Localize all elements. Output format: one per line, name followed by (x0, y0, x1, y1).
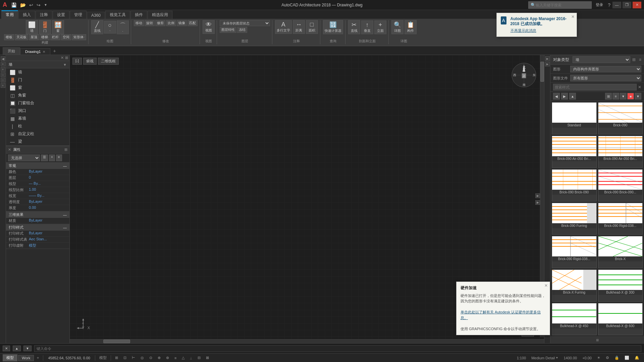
notif-link[interactable]: 不再显示此消息 (511, 28, 573, 33)
dim-btn[interactable]: ↔ 距离 (293, 20, 305, 34)
new-tab-btn[interactable]: + (50, 47, 58, 55)
dock-props-icon[interactable]: ⊞ (64, 147, 67, 152)
cmd-arrow-btn[interactable]: ▼ (23, 346, 32, 351)
props-toggle[interactable]: ≡ (56, 155, 62, 161)
restore-btn[interactable]: ❐ (623, 2, 631, 8)
vscroll-thumb[interactable] (540, 62, 544, 82)
quick-access-save[interactable]: 💾 (10, 2, 17, 8)
minimize-btn[interactable]: — (612, 2, 621, 8)
dock-panel-icon[interactable]: ⊞ (65, 56, 68, 60)
tab-a360[interactable]: A360 (87, 12, 105, 19)
vp-restore-btn[interactable]: [-] (72, 58, 82, 65)
palette-item-column[interactable]: | 柱 (6, 122, 69, 130)
clean-screen-btn[interactable]: ⬜ (623, 356, 631, 360)
palette-item-opening[interactable]: ⬛ 洞口 (6, 107, 69, 115)
calculator-btn[interactable]: 🔢 快速计算器 (323, 20, 343, 34)
roof-btn[interactable]: 屋顶 (29, 34, 39, 40)
otrack-toggle[interactable]: ⊕ (156, 356, 163, 360)
tab-settings[interactable]: 设置 (53, 11, 69, 19)
palette-item-curtain-wall[interactable]: ▦ 幕墙 (6, 115, 69, 122)
space-btn[interactable]: 空间 (61, 34, 71, 40)
close-props-icon[interactable]: ✕ (8, 147, 11, 152)
vp-2d-btn[interactable]: 二维线框 (98, 58, 119, 65)
rect-btn[interactable]: 矩形体· (72, 34, 86, 40)
tab-visual-tools[interactable]: 视觉工具 (105, 11, 130, 19)
zoom-display[interactable]: 1400.00 (561, 356, 579, 360)
ceiling-btn[interactable]: 天花板 (15, 34, 28, 40)
hatch-fwd-btn[interactable]: ▶ (561, 93, 568, 100)
hw-link[interactable]: 单击此处以了解有关 Autodesk 认证硬件的更多信息。 (461, 310, 541, 320)
palette-menu-icon[interactable]: ▼ (63, 63, 67, 67)
door-btn[interactable]: 🚪 门 (39, 20, 51, 34)
expand-right-btm[interactable]: ▶ (535, 200, 540, 205)
hatch-item-brick090rigid038b[interactable]: Brick-090 Rigid-038... (552, 236, 597, 268)
palette-item-corner-window[interactable]: ◫ 角窗 (6, 92, 69, 99)
hatch-item-brick090[interactable]: Brick-090 (598, 102, 643, 134)
hatch-view-grid[interactable]: ⊞ (605, 93, 612, 100)
move-btn[interactable]: 移动 (134, 20, 144, 26)
wall-btn[interactable]: ⬜ 墙 (26, 20, 38, 34)
layer-freeze-btn[interactable]: 冻结 (237, 27, 247, 33)
hatch-item-brick090brick090[interactable]: Brick-090 Brick-090 (552, 169, 597, 201)
cmd-input[interactable] (34, 345, 641, 352)
hatch-item-standard[interactable]: Standard (552, 102, 597, 134)
detail-level-display[interactable]: Medium Detail ▼ (529, 356, 560, 360)
tab-plugins[interactable]: 插件 (130, 11, 147, 19)
quick-access-open[interactable]: 📂 (19, 2, 26, 8)
strip-btn-1[interactable]: ▶ (545, 56, 550, 61)
ortho-toggle[interactable]: ⊢ (130, 356, 137, 360)
matchprop-btn[interactable]: 匹配 (187, 20, 198, 26)
login-btn[interactable]: 登录 (593, 2, 606, 7)
quick-access-redo[interactable]: ↪ (36, 2, 41, 8)
lt-btn-2[interactable]: ≡ (1, 62, 5, 66)
elevation-btn[interactable]: ↑ 垂直 (361, 20, 373, 34)
layer-prop-btn[interactable]: 图层特性 (220, 27, 236, 33)
notification-btn[interactable]: 🔔 (633, 356, 641, 360)
tab-drawing1[interactable]: Drawing1 ✕ (20, 48, 50, 55)
section-print-header[interactable]: 打印样式 — (6, 224, 69, 231)
section-regular-header[interactable]: 常规 — (6, 163, 69, 169)
dyn-toggle[interactable]: ⊛ (164, 356, 171, 360)
viewport-scrollbar-bottom[interactable] (70, 339, 544, 343)
snap-toggle[interactable]: ⊡ (121, 356, 128, 360)
palette-item-window[interactable]: ⬜ 窗 (6, 84, 69, 92)
stair-btn[interactable]: 楼梯 (40, 34, 50, 40)
object-select[interactable]: 无选择 (8, 155, 40, 161)
annotation-scale-btn[interactable]: +0.00 (580, 356, 594, 360)
qp-toggle[interactable]: ⟂ (188, 356, 194, 360)
line-btn[interactable]: ╱ 直线 (91, 20, 103, 34)
search-clear-icon[interactable]: ✕ (638, 85, 641, 89)
cmd-clear-btn[interactable]: ✕ (3, 346, 10, 351)
osnap-toggle[interactable]: ⊙ (147, 356, 154, 360)
railing-btn[interactable]: 栏杆 (50, 34, 60, 40)
isolate-btn[interactable]: ☀ (595, 356, 602, 360)
section-btn[interactable]: ✂ 直线 (348, 20, 360, 34)
vp-topleft-btn[interactable]: 俯视 (83, 58, 97, 65)
hatch-item-brick090air050a[interactable]: Brick-090 Air-050 Bri... (552, 136, 597, 168)
add-section-btn[interactable]: + 立面 (374, 20, 386, 34)
lt-btn-5[interactable]: □ (1, 78, 5, 82)
lt-btn-1[interactable]: ◀ (1, 56, 5, 61)
cmd-history-btn[interactable]: ▲ (13, 346, 21, 351)
quick-access-more[interactable]: ▼ (43, 2, 48, 7)
rotate-btn[interactable]: 旋转 (145, 20, 155, 26)
detail-btn[interactable]: 🔍 详图 (391, 20, 404, 34)
hatch-item-brickxfurring[interactable]: Brick-X Furring (552, 269, 597, 302)
tab-drawing1-close[interactable]: ✕ (43, 50, 45, 54)
quick-access-undo[interactable]: ↩ (29, 2, 34, 8)
hatch-item-brick090rigid038[interactable]: Brick-090 Rigid-038... (598, 203, 643, 235)
hw-close-btn[interactable]: ✕ (544, 283, 548, 288)
hatch-panel-options[interactable]: ≡ (639, 57, 641, 62)
app-logo-icon[interactable]: A (3, 1, 7, 8)
hatch-item-bulkhead600[interactable]: Bulkhead-X @ 600 (598, 303, 643, 335)
layer-state-dropdown[interactable]: 未保存的图层状态 (220, 20, 270, 26)
palette-item-wall[interactable]: ⬜ 墙 (6, 68, 69, 76)
section-3d-header[interactable]: 三维效果 — (6, 212, 69, 218)
hatch-item-brick090air050b[interactable]: Brick-090 Air-050 Bri... (598, 136, 643, 168)
workspace-btn[interactable]: ⚙ (604, 356, 611, 360)
add-layout-btn[interactable]: + (35, 355, 41, 361)
shape-file-select[interactable]: 所有图形 (570, 75, 641, 81)
palette-item-beam[interactable]: — 梁 (6, 138, 69, 145)
tab-common[interactable]: 常用 (1, 10, 18, 19)
search-input[interactable] (536, 3, 589, 7)
